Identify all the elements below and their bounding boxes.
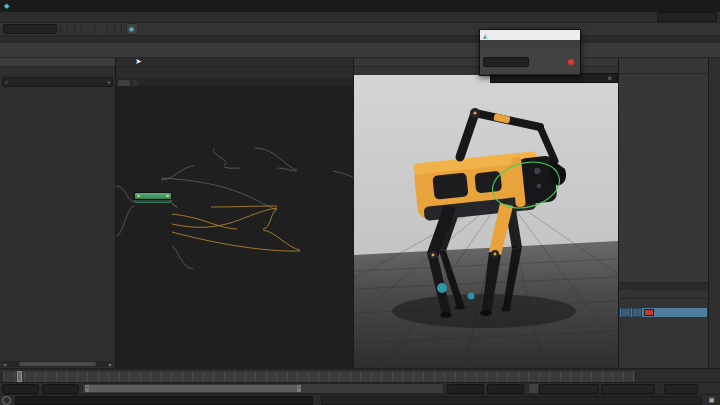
node-editor-toolbar: [116, 67, 353, 79]
node-header[interactable]: [134, 192, 172, 200]
workspace-selector[interactable]: [657, 12, 717, 22]
script-editor-toggle-icon[interactable]: [2, 396, 11, 405]
script-editor-icon[interactable]: ▣: [706, 394, 718, 405]
fps-dropdown[interactable]: [664, 384, 698, 394]
maya-window: ◆ ◉: [0, 0, 720, 405]
range-handle-left[interactable]: ≡: [85, 385, 89, 392]
layer-visibility-toggle[interactable]: [621, 308, 631, 317]
range-slider-row: ≡ ≡: [0, 382, 720, 394]
outliner-menus: [0, 67, 115, 76]
node-connections: [116, 86, 353, 368]
node-editor-panel: [116, 58, 354, 368]
render-active-indicator: [568, 59, 574, 65]
current-frame-marker[interactable]: [17, 371, 22, 382]
tab-display[interactable]: [621, 290, 631, 291]
arnold-window-toolbar: [480, 49, 580, 74]
layer-editor: [619, 282, 708, 368]
channel-box-panel: [618, 58, 708, 368]
channel-box-header-icons: [619, 58, 708, 65]
layer-editor-toolbar: [619, 299, 708, 307]
playback-range-bar[interactable]: ≡ ≡: [85, 385, 301, 392]
arnold-viewport-window[interactable]: ◭: [479, 29, 581, 76]
layer-playback-toggle[interactable]: [632, 308, 642, 317]
arnold-window-titlebar[interactable]: ◭: [480, 30, 580, 40]
maya-file-icon: ◆: [4, 2, 9, 10]
layer-color-swatch[interactable]: [644, 309, 654, 316]
arnold-icon: ◭: [483, 32, 488, 39]
tab-anim[interactable]: [631, 290, 641, 291]
node-editor-menus: [116, 58, 353, 67]
shelf-tabs: [0, 36, 720, 43]
locator-sphere-2[interactable]: [468, 293, 475, 300]
anim-layer-dropdown[interactable]: [601, 384, 655, 394]
viewport-3d[interactable]: [354, 75, 618, 368]
animation-start-field[interactable]: [2, 384, 39, 394]
main-menu-bar: [0, 12, 720, 23]
right-sidebar-strip: [708, 58, 720, 368]
display-layer-row[interactable]: [620, 308, 707, 317]
node-graph[interactable]: [116, 86, 353, 368]
locator-sphere-1[interactable]: [437, 283, 447, 293]
selection-mode-dropdown[interactable]: [3, 24, 57, 34]
node-head-ctrl-expanded[interactable]: [134, 192, 172, 203]
title-bar: ◆: [0, 0, 720, 12]
auto-keyframe-icon[interactable]: [528, 383, 539, 394]
node-attribute-rows: [134, 200, 172, 203]
command-input[interactable]: [15, 396, 313, 405]
outliner-title[interactable]: [0, 58, 115, 67]
viewport-panel: [354, 58, 618, 368]
command-line: ▣: [0, 394, 720, 405]
outliner-tree: [0, 84, 115, 360]
time-slider: [0, 368, 720, 382]
playback-start-field[interactable]: [42, 384, 79, 394]
playback-end-field[interactable]: [447, 384, 484, 394]
channel-box-menus: [619, 65, 708, 74]
character-set-dropdown[interactable]: [539, 384, 599, 394]
render-status-dropdown[interactable]: [483, 57, 529, 67]
range-slider[interactable]: ≡ ≡: [82, 383, 444, 394]
arnold-window-menus: [480, 40, 580, 49]
status-line: ◉: [0, 23, 720, 36]
gear-icon[interactable]: ⚙: [608, 75, 612, 81]
layer-editor-menus: [619, 291, 708, 299]
range-handle-right[interactable]: ≡: [297, 385, 301, 392]
account-icon: ◉: [126, 23, 138, 35]
command-result-field[interactable]: [321, 396, 702, 405]
shelf: [0, 43, 720, 58]
outliner-panel: ⌕ ▾ ◀▶: [0, 58, 116, 368]
channel-box-rows: [619, 74, 708, 76]
animation-end-field[interactable]: [487, 384, 524, 394]
scene-render: [354, 75, 618, 368]
layer-editor-tabs: [619, 283, 708, 291]
outliner-scrollbar[interactable]: ◀▶: [2, 361, 113, 367]
